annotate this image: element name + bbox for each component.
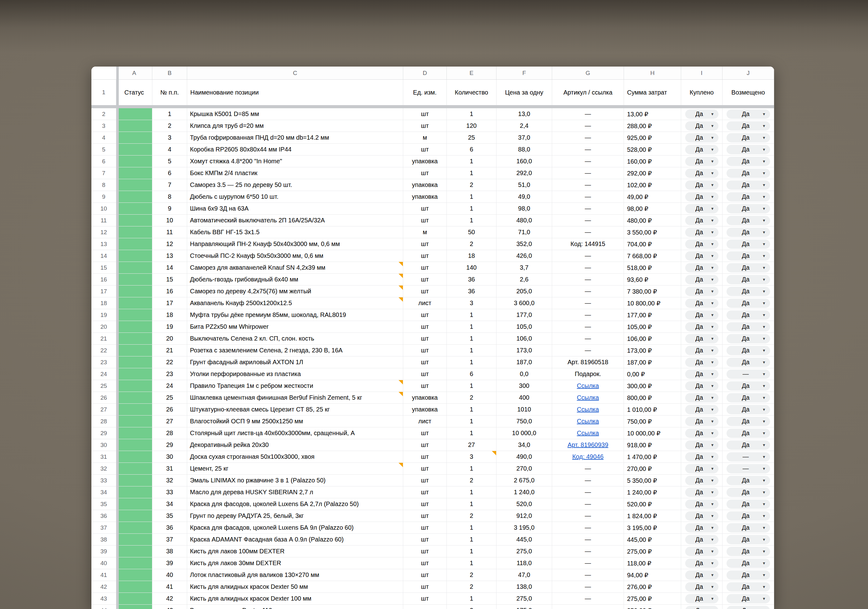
- unit-cell[interactable]: шт: [403, 345, 447, 356]
- price-cell[interactable]: 34,0: [496, 439, 552, 451]
- quantity-cell[interactable]: 1: [447, 593, 496, 604]
- unit-cell[interactable]: упаковка: [403, 392, 447, 404]
- total-cell[interactable]: 445,00 ₽: [624, 534, 681, 545]
- item-name-cell[interactable]: Краска для фасадов, цоколей Luxens БА 9л…: [187, 522, 403, 534]
- item-name-cell[interactable]: Краска ADAMANT Фасадная база А 0.9л (Pal…: [187, 534, 403, 545]
- item-number-cell[interactable]: 28: [152, 427, 187, 439]
- bought-dropdown[interactable]: Да▼: [685, 370, 718, 379]
- bought-dropdown[interactable]: Да▼: [685, 298, 718, 308]
- reimbursed-dropdown[interactable]: Да▼: [727, 121, 770, 130]
- item-name-cell[interactable]: Кисть для алкидных красок Dexter 50 мм: [187, 581, 403, 593]
- total-cell[interactable]: 480,00 ₽: [624, 214, 681, 227]
- status-cell[interactable]: [116, 593, 152, 604]
- quantity-cell[interactable]: 18: [447, 250, 496, 262]
- quantity-cell[interactable]: 6: [447, 368, 496, 380]
- header-bought[interactable]: Куплено: [681, 80, 722, 105]
- reimbursed-dropdown[interactable]: Да▼: [727, 311, 770, 320]
- reimbursed-dropdown[interactable]: Да▼: [727, 417, 770, 426]
- item-name-cell[interactable]: Шпаклевка цементная финишная Ber9uf Fini…: [187, 392, 403, 404]
- row-number[interactable]: 38: [91, 534, 116, 545]
- reimbursed-dropdown[interactable]: Да▼: [727, 263, 770, 272]
- item-number-cell[interactable]: 23: [152, 368, 187, 380]
- item-number-cell[interactable]: 35: [152, 510, 187, 522]
- item-number-cell[interactable]: 27: [152, 416, 187, 427]
- reimbursed-dropdown[interactable]: Да▼: [727, 334, 770, 343]
- article-cell[interactable]: —: [552, 132, 624, 144]
- status-cell[interactable]: [116, 498, 152, 510]
- reimbursed-dropdown[interactable]: Да▼: [727, 511, 770, 520]
- unit-cell[interactable]: шт: [403, 333, 447, 345]
- reimbursed-dropdown[interactable]: —▼: [727, 464, 770, 473]
- price-cell[interactable]: 2 675,0: [496, 475, 552, 486]
- item-name-cell[interactable]: Масло для дерева HUSKY SIBERIAN 2,7 л: [187, 486, 403, 498]
- status-cell[interactable]: [116, 475, 152, 486]
- reimbursed-dropdown[interactable]: Да▼: [727, 535, 770, 544]
- reimbursed-dropdown[interactable]: Да▼: [727, 239, 770, 249]
- header-total[interactable]: Сумма затрат: [624, 80, 681, 105]
- article-link[interactable]: Ссылка: [577, 430, 599, 437]
- quantity-cell[interactable]: 1: [447, 404, 496, 416]
- unit-cell[interactable]: шт: [403, 167, 447, 179]
- item-name-cell[interactable]: Столярный щит листв-ца 40x600x3000мм, ср…: [187, 427, 403, 439]
- total-cell[interactable]: 98,00 ₽: [624, 203, 681, 214]
- total-cell[interactable]: 292,00 ₽: [624, 167, 681, 179]
- column-letter-H[interactable]: H: [624, 67, 681, 79]
- quantity-cell[interactable]: 3: [447, 451, 496, 463]
- reimbursed-dropdown[interactable]: Да▼: [727, 440, 770, 450]
- bought-dropdown[interactable]: Да▼: [685, 393, 718, 402]
- reimbursed-dropdown[interactable]: —▼: [727, 370, 770, 379]
- unit-cell[interactable]: шт: [403, 439, 447, 451]
- quantity-cell[interactable]: 2: [447, 179, 496, 191]
- article-cell[interactable]: —: [552, 167, 624, 179]
- column-letter-F[interactable]: F: [496, 67, 552, 79]
- column-letter-J[interactable]: J: [722, 67, 774, 79]
- item-name-cell[interactable]: Эмаль LINIMAX по ржавчине 3 в 1 (Palazzo…: [187, 475, 403, 486]
- status-cell[interactable]: [116, 345, 152, 356]
- row-number[interactable]: 31: [91, 451, 116, 463]
- price-cell[interactable]: 480,0: [496, 214, 552, 227]
- quantity-cell[interactable]: 120: [447, 120, 496, 132]
- quantity-cell[interactable]: 36: [447, 274, 496, 286]
- item-name-cell[interactable]: Выключатель Селена 2 кл. СП, слон. кость: [187, 333, 403, 345]
- column-letter-E[interactable]: E: [447, 67, 496, 79]
- row-number[interactable]: 19: [91, 309, 116, 321]
- row-number[interactable]: 42: [91, 581, 116, 593]
- unit-cell[interactable]: шт: [403, 581, 447, 593]
- row-number[interactable]: 21: [91, 333, 116, 345]
- price-cell[interactable]: 3 600,0: [496, 297, 552, 309]
- item-name-cell[interactable]: Валик для красок Dexter 110 мм: [187, 604, 403, 609]
- status-cell[interactable]: [116, 297, 152, 309]
- row-number[interactable]: 10: [91, 203, 116, 214]
- quantity-cell[interactable]: 6: [447, 144, 496, 155]
- status-cell[interactable]: [116, 522, 152, 534]
- status-cell[interactable]: [116, 238, 152, 250]
- bought-dropdown[interactable]: Да▼: [685, 381, 718, 391]
- item-number-cell[interactable]: 8: [152, 191, 187, 203]
- unit-cell[interactable]: шт: [403, 475, 447, 486]
- header-status[interactable]: Статус: [116, 80, 152, 105]
- total-cell[interactable]: 0,00 ₽: [624, 368, 681, 380]
- quantity-cell[interactable]: 1: [447, 522, 496, 534]
- quantity-cell[interactable]: 1: [447, 463, 496, 475]
- reimbursed-dropdown[interactable]: Да▼: [727, 582, 770, 592]
- price-cell[interactable]: 426,0: [496, 250, 552, 262]
- unit-cell[interactable]: упаковка: [403, 179, 447, 191]
- row-number[interactable]: 28: [91, 416, 116, 427]
- status-cell[interactable]: [116, 569, 152, 581]
- total-cell[interactable]: 13,00 ₽: [624, 108, 681, 120]
- reimbursed-dropdown[interactable]: Да▼: [727, 204, 770, 213]
- bought-dropdown[interactable]: Да▼: [685, 570, 718, 580]
- status-cell[interactable]: [116, 486, 152, 498]
- quantity-cell[interactable]: 2: [447, 392, 496, 404]
- price-cell[interactable]: 175,0: [496, 604, 552, 609]
- status-cell[interactable]: [116, 227, 152, 238]
- quantity-cell[interactable]: 1: [447, 534, 496, 545]
- item-number-cell[interactable]: 40: [152, 569, 187, 581]
- item-number-cell[interactable]: 5: [152, 155, 187, 167]
- article-cell[interactable]: —: [552, 274, 624, 286]
- article-cell[interactable]: —: [552, 144, 624, 155]
- status-cell[interactable]: [116, 451, 152, 463]
- article-cell[interactable]: —: [552, 321, 624, 333]
- price-cell[interactable]: 275,0: [496, 545, 552, 558]
- quantity-cell[interactable]: 1: [447, 380, 496, 392]
